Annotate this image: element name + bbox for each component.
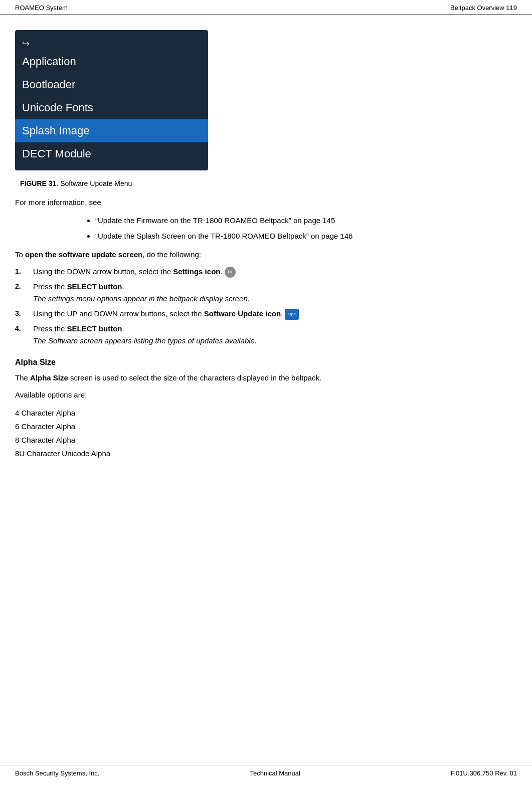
main-content: ↪ ApplicationBootloaderUnicode FontsSpla…: [0, 15, 532, 478]
screen-back-icon: ↪: [15, 35, 208, 50]
menu-item: Splash Image: [15, 119, 208, 142]
options-list: 4 Character Alpha6 Character Alpha8 Char…: [15, 406, 517, 460]
step-item: 1.Using the DOWN arrow button, select th…: [15, 266, 517, 278]
open-screen-bold: open the software update screen: [25, 250, 142, 259]
open-screen-intro: To: [15, 250, 25, 259]
intro-paragraph: For more information, see: [15, 196, 517, 209]
step-number: 2.: [15, 281, 33, 305]
option-item: 8U Character Unicode Alpha: [15, 447, 517, 460]
alpha-intro-pre: The: [15, 373, 30, 382]
alpha-size-intro: The Alpha Size screen is used to select …: [15, 372, 517, 384]
figure-caption: FIGURE 31. Software Update Menu: [20, 179, 517, 187]
bullet-item: “Update the Splash Screen on the TR-1800…: [95, 229, 517, 243]
option-item: 4 Character Alpha: [15, 406, 517, 420]
step-number: 4.: [15, 323, 33, 347]
footer-left: Bosch Security Systems, Inc.: [15, 769, 99, 777]
steps-list: 1.Using the DOWN arrow button, select th…: [15, 266, 517, 347]
header-right: Beltpack Overview 119: [450, 4, 517, 12]
menu-item: DECT Module: [15, 142, 208, 165]
option-item: 8 Character Alpha: [15, 433, 517, 447]
step-item: 4.Press the SELECT button.The Software s…: [15, 323, 517, 347]
step-content: Using the UP and DOWN arrow buttons, sel…: [33, 308, 517, 320]
open-screen-para: To open the software update screen, do t…: [15, 249, 517, 261]
update-icon: Upd: [285, 309, 299, 320]
figure-text: Software Update Menu: [58, 179, 132, 187]
step-number: 1.: [15, 266, 33, 278]
alpha-size-heading: Alpha Size: [15, 358, 517, 367]
page-header: ROAMEO System Beltpack Overview 119: [0, 0, 532, 15]
step-content: Using the DOWN arrow button, select the …: [33, 266, 517, 278]
open-screen-suffix: , do the following:: [142, 250, 201, 259]
step-content: Press the SELECT button.The settings men…: [33, 281, 517, 305]
alpha-intro-post: screen is used to select the size of the…: [68, 373, 321, 382]
bullet-item: “Update the Firmware on the TR-1800 ROAM…: [95, 214, 517, 227]
alpha-intro-bold: Alpha Size: [30, 373, 68, 382]
available-options-label: Available options are:: [15, 389, 517, 401]
footer-right: F.01U.306.750 Rev. 01: [451, 769, 517, 777]
bullet-list: “Update the Firmware on the TR-1800 ROAM…: [95, 214, 517, 243]
step-number: 3.: [15, 308, 33, 320]
option-item: 6 Character Alpha: [15, 420, 517, 433]
menu-item: Unicode Fonts: [15, 96, 208, 119]
step-content: Press the SELECT button.The Software scr…: [33, 323, 517, 347]
step-item: 2.Press the SELECT button.The settings m…: [15, 281, 517, 305]
device-screenshot: ↪ ApplicationBootloaderUnicode FontsSpla…: [15, 30, 208, 170]
menu-item: Bootloader: [15, 73, 208, 96]
page-footer: Bosch Security Systems, Inc. Technical M…: [0, 765, 532, 777]
menu-item: Application: [15, 50, 208, 73]
figure-bold: FIGURE 31.: [20, 179, 58, 187]
step-item: 3.Using the UP and DOWN arrow buttons, s…: [15, 308, 517, 320]
header-left: ROAMEO System: [15, 4, 68, 12]
intro-text: For more information, see: [15, 198, 101, 207]
settings-icon: ⚙: [225, 267, 236, 278]
footer-center: Technical Manual: [250, 769, 300, 777]
